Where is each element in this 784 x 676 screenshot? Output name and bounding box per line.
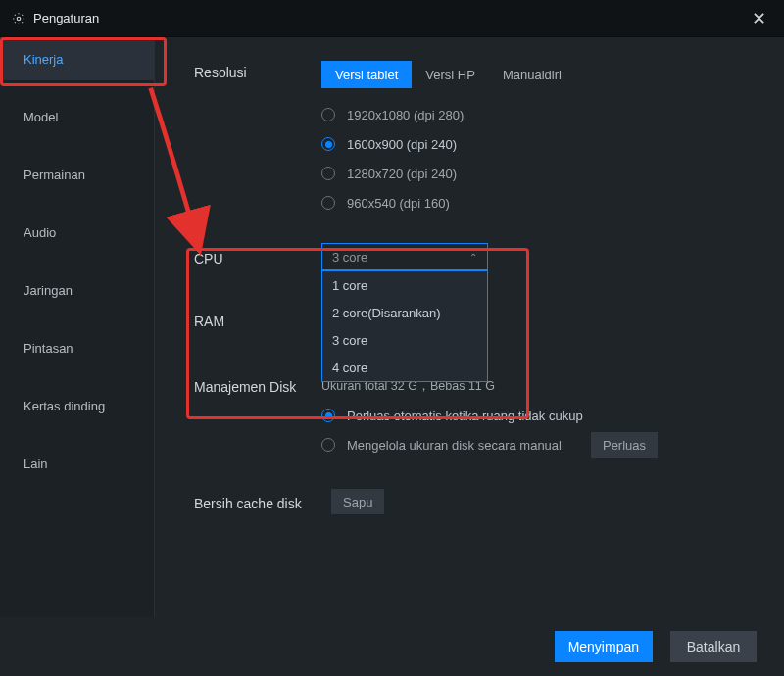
seg-versi-tablet[interactable]: Versi tablet [321,61,412,88]
sidebar-item-label: Jaringan [24,283,73,298]
cancel-button[interactable]: Batalkan [670,631,757,662]
content: Resolusi Versi tablet Versi HP Manualdir… [155,37,784,617]
sidebar-item-kinerja[interactable]: Kinerja [0,37,154,80]
footer: Menyimpan Batalkan [0,617,784,676]
sidebar-item-label: Lain [24,457,48,471]
sidebar-item-lain[interactable]: Lain [0,442,154,485]
sidebar-item-label: Model [24,110,58,124]
svg-point-0 [17,17,21,21]
sidebar-item-jaringan[interactable]: Jaringan [0,268,154,312]
chevron-up-icon: ⌃ [469,252,477,263]
titlebar: Pengaturan ✕ [0,0,784,37]
cpu-option-2[interactable]: 2 core(Disarankan) [322,299,487,326]
sidebar-item-pintasan[interactable]: Pintasan [0,326,154,369]
sidebar: Kinerja Model Permainan Audio Jaringan P… [0,37,155,617]
res-1920[interactable]: 1920x1080 (dpi 280) [321,100,757,129]
cpu-dropdown: 1 core 2 core(Disarankan) 3 core 4 core [321,270,488,382]
res-1600[interactable]: 1600x900 (dpi 240) [321,129,757,159]
close-icon[interactable]: ✕ [746,4,772,33]
disk-label: Manajemen Disk [194,379,321,395]
ram-label: RAM [194,310,321,329]
sidebar-item-label: Audio [24,225,56,240]
resolution-label: Resolusi [194,61,321,80]
seg-versi-hp[interactable]: Versi HP [412,61,489,88]
cpu-selected: 3 core [332,250,368,265]
sidebar-item-label: Kinerja [24,52,63,67]
cpu-option-1[interactable]: 1 core [322,271,487,299]
cpu-label: CPU [194,247,321,266]
sidebar-item-kertas-dinding[interactable]: Kertas dinding [0,384,154,427]
sidebar-item-model[interactable]: Model [0,95,154,138]
res-1280[interactable]: 1280x720 (dpi 240) [321,159,757,188]
sidebar-item-label: Pintasan [24,341,74,356]
sapu-button[interactable]: Sapu [331,489,384,514]
save-button[interactable]: Menyimpan [555,631,653,662]
sidebar-item-label: Permainan [24,168,85,182]
cpu-select[interactable]: 3 core ⌃ 1 core 2 core(Disarankan) 3 cor… [321,243,488,270]
cache-label: Bersih cache disk [194,492,312,511]
sidebar-item-label: Kertas dinding [24,399,105,413]
sidebar-item-permainan[interactable]: Permainan [0,153,154,196]
gear-icon [12,12,25,25]
resolution-segments: Versi tablet Versi HP Manualdiri [321,61,575,88]
disk-auto[interactable]: Perluas otomatis ketika ruang tidak cuku… [321,401,757,430]
seg-manualdiri[interactable]: Manualdiri [489,61,575,88]
window-title: Pengaturan [33,11,99,25]
sidebar-item-audio[interactable]: Audio [0,211,154,254]
disk-manual[interactable]: Mengelola ukuran disk secara manual Perl… [321,430,757,459]
resolution-options: 1920x1080 (dpi 280) 1600x900 (dpi 240) 1… [321,100,757,217]
cpu-option-3[interactable]: 3 core [322,326,487,354]
extend-button[interactable]: Perluas [591,432,658,458]
res-960[interactable]: 960x540 (dpi 160) [321,188,757,217]
cpu-option-4[interactable]: 4 core [322,354,487,381]
